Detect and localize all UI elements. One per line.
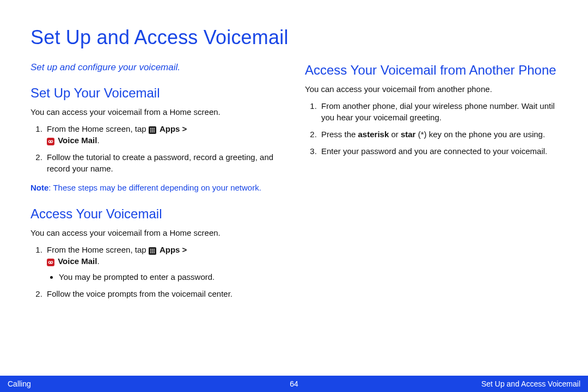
svg-point-19 (152, 252, 153, 253)
intro-access-another: You can access your voicemail from anoth… (305, 84, 558, 95)
heading-set-up: Set Up Your Voicemail (30, 85, 283, 101)
step-item: From the Home screen, tap Apps > Voice M… (45, 123, 283, 146)
right-column: Access Your Voicemail from Another Phone… (305, 62, 558, 307)
step-text: (*) (415, 130, 428, 139)
svg-point-6 (150, 131, 151, 132)
step-item: From the Home screen, tap Apps > Voice M… (45, 244, 283, 283)
heading-access-another: Access Your Voicemail from Another Phone (305, 62, 558, 78)
svg-point-8 (154, 131, 155, 132)
svg-point-3 (150, 130, 151, 131)
note-label: Note (30, 183, 48, 192)
gt-separator: > (180, 124, 187, 133)
step-text: key on the phone you are using. (429, 130, 546, 139)
svg-point-18 (150, 252, 151, 253)
apps-icon (149, 126, 156, 134)
apps-label: Apps (160, 124, 180, 133)
page-number: 64 (0, 379, 588, 388)
subtitle: Set up and configure your voicemail. (30, 62, 283, 73)
heading-access: Access Your Voicemail (30, 206, 283, 222)
asterisk-label: asterisk (358, 130, 389, 139)
svg-point-17 (154, 250, 155, 252)
step-text: From the Home screen, tap (47, 124, 149, 133)
step-item: Press the asterisk or star (*) key on th… (319, 128, 558, 140)
voicemail-icon (47, 138, 54, 145)
intro-set-up: You can access your voicemail from a Hom… (30, 107, 283, 118)
apps-icon (149, 247, 156, 255)
steps-access-another: From another phone, dial your wireless p… (305, 100, 558, 157)
step-text: . (97, 136, 99, 145)
svg-point-1 (152, 128, 153, 129)
voicemail-label: Voice Mail (58, 256, 97, 266)
voicemail-label: Voice Mail (58, 136, 97, 145)
svg-point-5 (154, 130, 155, 131)
step-item: Follow the tutorial to create a password… (45, 151, 283, 174)
intro-access: You can access your voicemail from a Hom… (30, 228, 283, 238)
step-text: Press the (321, 130, 358, 139)
svg-point-12 (150, 249, 151, 250)
svg-point-20 (154, 252, 155, 253)
svg-point-7 (152, 131, 153, 132)
svg-point-2 (154, 128, 155, 129)
svg-point-13 (152, 249, 153, 250)
note: Note: These steps may be different depen… (30, 182, 283, 194)
step-item: From another phone, dial your wireless p… (319, 100, 558, 123)
step-item: Enter your password and you are connecte… (319, 145, 558, 157)
step-text: . (97, 256, 99, 266)
step-item: Follow the voice prompts from the voicem… (45, 288, 283, 299)
svg-point-4 (152, 130, 153, 131)
left-column: Set up and configure your voicemail. Set… (30, 62, 283, 307)
steps-access: From the Home screen, tap Apps > Voice M… (30, 244, 283, 299)
step-text: From the Home screen, tap (47, 245, 149, 254)
svg-point-16 (152, 250, 153, 252)
steps-set-up: From the Home screen, tap Apps > Voice M… (30, 123, 283, 174)
svg-point-14 (154, 249, 155, 250)
note-text: : These steps may be different depending… (48, 183, 261, 192)
voicemail-icon (47, 259, 54, 266)
gt-separator: > (180, 245, 187, 254)
apps-label: Apps (160, 245, 180, 254)
svg-point-0 (150, 128, 151, 129)
step-text: or (389, 130, 401, 139)
svg-point-15 (150, 250, 151, 252)
page-title: Set Up and Access Voicemail (30, 26, 558, 49)
star-label: star (401, 130, 416, 139)
sub-bullets: You may be prompted to enter a password. (47, 271, 283, 283)
footer-bar: Calling 64 Set Up and Access Voicemail (0, 376, 588, 392)
bullet-item: You may be prompted to enter a password. (59, 271, 283, 283)
